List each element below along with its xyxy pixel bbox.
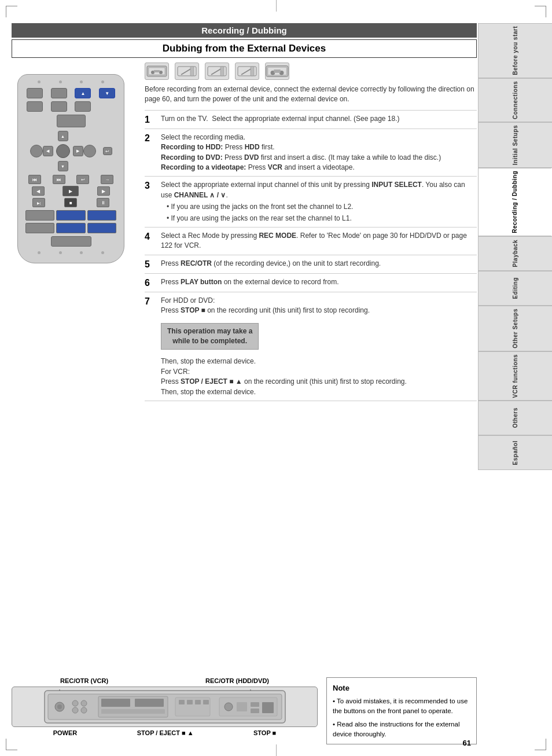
dpad-down[interactable]: ▼ bbox=[58, 161, 68, 171]
note-bullet-2: • Read also the instructions for the ext… bbox=[333, 720, 470, 740]
remote-btn-enter[interactable]: ↩ bbox=[103, 147, 112, 155]
sidebar-tab-connections[interactable]: Connections bbox=[478, 78, 552, 122]
grid-btn-4[interactable] bbox=[25, 223, 54, 233]
remote-btn-skip-back[interactable]: ▶| bbox=[32, 198, 45, 207]
steps-container: 1 Turn on the TV. Select the appropriate… bbox=[145, 110, 477, 401]
svg-rect-33 bbox=[187, 700, 193, 704]
dot bbox=[59, 251, 62, 254]
svg-rect-28 bbox=[101, 699, 130, 707]
bottom-section: REC/OTR (VCR) REC/OTR (HDD/DVD) bbox=[12, 677, 477, 745]
page-subtitle: Dubbing from the External Devices bbox=[12, 39, 477, 58]
svg-point-23 bbox=[72, 700, 78, 706]
dot bbox=[80, 251, 83, 254]
sidebar-tab-editing[interactable]: Editing bbox=[478, 271, 552, 306]
remote-btn-hdd[interactable] bbox=[27, 88, 43, 98]
label-power: POWER bbox=[53, 729, 78, 736]
bottom-tick bbox=[276, 744, 277, 756]
grid-btn-3[interactable] bbox=[87, 210, 116, 221]
remote-btn-dvd[interactable] bbox=[51, 88, 67, 98]
dot bbox=[59, 80, 62, 83]
main-content: ▲ ▼ ▲ ◀ bbox=[12, 63, 477, 744]
svg-rect-35 bbox=[203, 700, 209, 704]
dpad-right[interactable]: ▶ bbox=[73, 146, 83, 156]
write-icon-2 bbox=[205, 63, 229, 80]
svg-point-26 bbox=[81, 707, 87, 713]
remote-btn-slow-fwd[interactable]: ▶ bbox=[97, 186, 110, 196]
section-header: Recording / Dubbing bbox=[12, 23, 477, 38]
grid-btn-5[interactable] bbox=[56, 223, 85, 233]
step-4-content: Select a Rec Mode by pressing REC MODE. … bbox=[161, 231, 477, 251]
dot bbox=[101, 80, 104, 83]
remote-control-area: ▲ ▼ ▲ ◀ bbox=[12, 63, 139, 744]
button-grid-area bbox=[25, 210, 116, 233]
corner-mark-tl bbox=[6, 6, 17, 17]
dpad-center[interactable] bbox=[56, 144, 70, 158]
svg-rect-13 bbox=[251, 67, 254, 76]
remote-btn-up-arrow[interactable]: ▲ bbox=[75, 88, 91, 98]
device-bottom-labels: POWER STOP / EJECT ■ ▲ STOP ■ bbox=[12, 729, 318, 736]
remote-row-bottom bbox=[23, 236, 119, 247]
remote-btn-fwd[interactable]: → bbox=[101, 175, 113, 184]
remote-btn-back[interactable]: ↩ bbox=[76, 175, 89, 184]
remote-btn-b[interactable] bbox=[51, 101, 67, 112]
step-7: 7 For HDD or DVD: Press STOP ■ on the re… bbox=[145, 292, 477, 401]
dpad: ▲ ◀ ▶ ▼ bbox=[43, 131, 83, 171]
remote-btn-a[interactable] bbox=[27, 101, 43, 112]
media-icons-row bbox=[145, 63, 477, 80]
remote-btn-side-l[interactable] bbox=[30, 145, 43, 157]
note-title: Note bbox=[333, 682, 470, 694]
vhs-icon bbox=[265, 63, 289, 80]
grid-btn-2[interactable] bbox=[56, 210, 85, 221]
sidebar-tab-espanol[interactable]: Español bbox=[478, 435, 552, 470]
remote-btn-play[interactable]: ▶ bbox=[62, 186, 79, 196]
step-5-content: Press REC/OTR (of the recording device,)… bbox=[161, 259, 477, 269]
remote-btn-rew[interactable]: ⏮ bbox=[28, 175, 41, 184]
remote-btn-rec[interactable] bbox=[51, 236, 91, 247]
dpad-left[interactable]: ◀ bbox=[43, 146, 53, 156]
device-diagram: REC/OTR (VCR) REC/OTR (HDD/DVD) bbox=[12, 677, 318, 736]
step-3: 3 Select the appropriate external input … bbox=[145, 177, 477, 227]
remote-row-2 bbox=[23, 101, 119, 112]
svg-rect-10 bbox=[220, 67, 224, 76]
side-buttons-right: ↩ bbox=[83, 131, 112, 171]
transport-row-1: ⏮ ⏭ ↩ → bbox=[23, 175, 119, 184]
intro-text: Before recording from an external device… bbox=[145, 85, 477, 104]
svg-rect-29 bbox=[135, 699, 164, 707]
remote-btn-pause[interactable]: ⏸ bbox=[97, 198, 109, 207]
svg-point-25 bbox=[81, 700, 87, 706]
warning-box-container: This operation may take awhile to be com… bbox=[161, 320, 477, 354]
write-icon-1 bbox=[175, 63, 199, 80]
remote-btn-c[interactable] bbox=[75, 101, 91, 112]
remote-top-dots bbox=[23, 80, 119, 83]
remote-btn-stop[interactable]: ■ bbox=[64, 198, 77, 207]
remote-control: ▲ ▼ ▲ ◀ bbox=[17, 74, 124, 263]
grid-btn-6[interactable] bbox=[87, 223, 116, 233]
vcr-cassette-icon bbox=[145, 63, 169, 80]
remote-btn-down-arrow[interactable]: ▼ bbox=[99, 88, 115, 98]
step-1: 1 Turn on the TV. Select the appropriate… bbox=[145, 111, 477, 129]
sidebar-tab-others[interactable]: Others bbox=[478, 401, 552, 435]
remote-grid-2 bbox=[25, 223, 116, 233]
sidebar-tab-vcr-functions[interactable]: VCR functions bbox=[478, 351, 552, 401]
remote-btn-center[interactable] bbox=[57, 115, 86, 127]
transport-row-3: ▶| ■ ⏸ bbox=[23, 198, 119, 207]
warning-box: This operation may take awhile to be com… bbox=[161, 323, 259, 350]
device-top-labels: REC/OTR (VCR) REC/OTR (HDD/DVD) bbox=[12, 677, 318, 684]
sidebar-tab-recording-dubbing[interactable]: Recording / Dubbing bbox=[478, 168, 552, 236]
svg-point-37 bbox=[225, 703, 233, 711]
sidebar-tab-other-setups[interactable]: Other Setups bbox=[478, 306, 552, 351]
sidebar: Before you start Connections Initial Set… bbox=[478, 23, 552, 470]
dpad-up[interactable]: ▲ bbox=[58, 131, 68, 141]
sidebar-tab-playback[interactable]: Playback bbox=[478, 236, 552, 271]
sidebar-tab-initial-setups[interactable]: Initial Setups bbox=[478, 122, 552, 168]
remote-btn-side-r[interactable] bbox=[83, 145, 96, 157]
grid-btn-1[interactable] bbox=[25, 210, 54, 221]
label-rec-otr-hdd: REC/OTR (HDD/DVD) bbox=[205, 677, 269, 684]
remote-row-1: ▲ ▼ bbox=[23, 88, 119, 98]
step-3-bullet-1: • If you are using the jacks on the fron… bbox=[167, 202, 477, 212]
remote-btn-slow-back[interactable]: ◀ bbox=[32, 186, 45, 196]
remote-row-3 bbox=[23, 115, 119, 127]
remote-btn-ff[interactable]: ⏭ bbox=[53, 175, 65, 184]
svg-rect-41 bbox=[262, 702, 274, 713]
sidebar-tab-before-you-start[interactable]: Before you start bbox=[478, 23, 552, 78]
